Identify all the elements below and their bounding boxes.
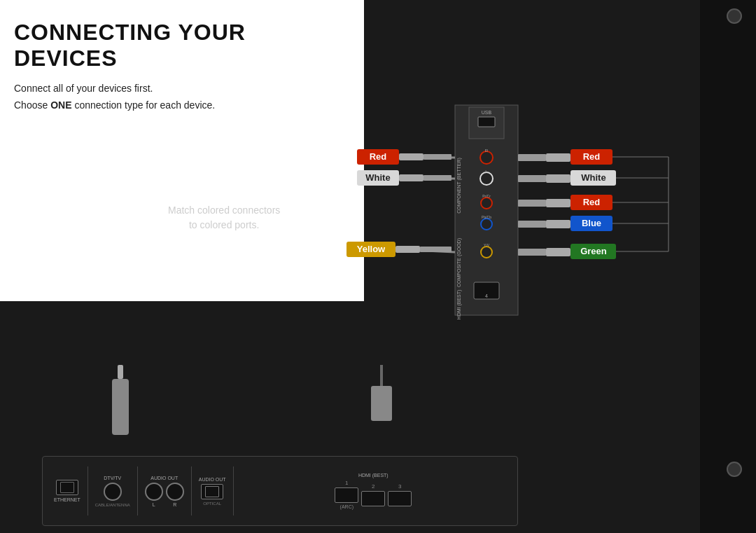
svg-text:Red: Red bbox=[583, 197, 601, 207]
match-text: Match colored connectors to colored port… bbox=[168, 203, 280, 233]
svg-rect-54 bbox=[546, 220, 570, 228]
optical-label: OPTICAL bbox=[203, 501, 221, 506]
svg-rect-28 bbox=[424, 175, 451, 181]
svg-text:COMPONENT (BETTER): COMPONENT (BETTER) bbox=[456, 158, 462, 214]
svg-rect-3 bbox=[478, 117, 495, 127]
hdmi-port-2[interactable] bbox=[361, 491, 385, 506]
subtitle1: Connect all of your devices first. bbox=[14, 83, 343, 94]
dtv-label: DTV/TV bbox=[104, 476, 121, 480]
dtv-section: DTV/TV CABLE/ANTENNA bbox=[91, 476, 134, 507]
hdmi-num-3: 3 bbox=[398, 483, 401, 490]
dtv-port[interactable] bbox=[104, 483, 122, 501]
svg-point-7 bbox=[480, 151, 493, 164]
svg-text:Green: Green bbox=[580, 246, 607, 256]
svg-text:R: R bbox=[485, 148, 489, 153]
subtitle2-suffix: connection type for each device. bbox=[74, 99, 215, 111]
hdmi-port-3[interactable] bbox=[388, 491, 412, 506]
hdmi-num-1: 1 bbox=[345, 480, 348, 486]
audio-out-r-port[interactable] bbox=[166, 483, 184, 501]
audio-l-label: L bbox=[153, 502, 155, 507]
svg-rect-23 bbox=[424, 154, 451, 160]
svg-text:White: White bbox=[581, 172, 606, 183]
audio-r-label: R bbox=[173, 502, 176, 507]
screw-top-right bbox=[727, 8, 742, 24]
audio-out-optical-label: AUDIO OUT bbox=[199, 477, 226, 482]
match-line1: Match colored connectors bbox=[168, 205, 280, 216]
svg-rect-36 bbox=[546, 153, 570, 162]
dtv-sublabel: CABLE/ANTENNA bbox=[95, 503, 130, 507]
svg-rect-32 bbox=[396, 246, 420, 253]
svg-text:Blue: Blue bbox=[582, 218, 601, 228]
svg-point-15 bbox=[481, 247, 492, 258]
svg-rect-33 bbox=[420, 247, 451, 252]
connection-diagram: USB COMPONENT (BETTER) COMPOSITE (GOOD) … bbox=[318, 102, 732, 333]
ethernet-section: ETHERNET bbox=[50, 480, 85, 502]
divider-4 bbox=[233, 466, 234, 515]
audio-out-l-port[interactable] bbox=[145, 483, 163, 501]
svg-rect-42 bbox=[546, 174, 570, 183]
page-title: CONNECTING YOUR DEVICES bbox=[14, 20, 343, 71]
subtitle2: Choose ONE connection type for each devi… bbox=[14, 99, 343, 111]
hdmi-cable-connector bbox=[371, 365, 392, 421]
svg-rect-27 bbox=[399, 174, 424, 181]
screw-bottom-right bbox=[727, 462, 742, 477]
hdmi-connector-head bbox=[371, 386, 392, 421]
emphasis-one: ONE bbox=[50, 99, 71, 111]
hdmi-label: HDMI (BEST) bbox=[358, 473, 388, 478]
divider-3 bbox=[191, 466, 192, 515]
audio-out-ports: L R bbox=[145, 483, 184, 507]
bottom-ports-panel: ETHERNET DTV/TV CABLE/ANTENNA AUDIO OUT … bbox=[42, 456, 518, 526]
svg-text:Yellow: Yellow bbox=[357, 244, 386, 254]
svg-rect-22 bbox=[399, 153, 424, 160]
svg-text:Pr/Cr: Pr/Cr bbox=[482, 194, 491, 198]
hdmi-section: HDMI (BEST) 1 (ARC) 2 3 bbox=[237, 473, 510, 509]
coax-tip bbox=[118, 365, 123, 379]
audio-out-label: AUDIO OUT bbox=[150, 476, 178, 480]
svg-rect-48 bbox=[546, 199, 570, 207]
svg-text:USB: USB bbox=[482, 110, 492, 115]
antenna-connector bbox=[112, 365, 129, 435]
svg-text:HDMI (BEST): HDMI (BEST) bbox=[456, 290, 462, 320]
divider-2 bbox=[137, 466, 138, 515]
hdmi-arc-label: (ARC) bbox=[340, 504, 354, 509]
optical-port[interactable] bbox=[201, 484, 223, 499]
svg-text:COMPOSITE (GOOD): COMPOSITE (GOOD) bbox=[456, 238, 462, 287]
svg-point-9 bbox=[480, 172, 493, 185]
svg-rect-35 bbox=[518, 154, 546, 161]
svg-text:4: 4 bbox=[485, 293, 488, 298]
svg-rect-53 bbox=[518, 221, 546, 228]
audio-out-section: AUDIO OUT L R bbox=[141, 476, 188, 507]
hdmi-num-2: 2 bbox=[372, 483, 374, 490]
svg-text:Y/V: Y/V bbox=[484, 243, 490, 247]
left-panel: CONNECTING YOUR DEVICES Connect all of y… bbox=[0, 0, 364, 301]
svg-text:White: White bbox=[365, 172, 390, 183]
hdmi-ports-row: 1 (ARC) 2 3 bbox=[335, 480, 412, 509]
divider-1 bbox=[88, 466, 88, 515]
coax-body bbox=[112, 379, 129, 435]
svg-point-11 bbox=[481, 198, 492, 209]
svg-rect-41 bbox=[518, 175, 546, 182]
match-line2: to colored ports. bbox=[189, 219, 259, 230]
svg-text:Pb/Cb: Pb/Cb bbox=[482, 215, 491, 219]
svg-point-13 bbox=[481, 219, 492, 230]
svg-rect-60 bbox=[546, 248, 570, 256]
ethernet-label: ETHERNET bbox=[54, 497, 80, 502]
svg-text:Red: Red bbox=[583, 151, 601, 162]
svg-rect-59 bbox=[518, 249, 546, 256]
optical-section: AUDIO OUT OPTICAL bbox=[195, 477, 230, 506]
ethernet-port[interactable] bbox=[56, 480, 78, 495]
hdmi-cable-wire bbox=[380, 365, 383, 386]
hdmi-port-1[interactable] bbox=[335, 487, 358, 503]
svg-rect-47 bbox=[518, 200, 546, 207]
svg-text:Red: Red bbox=[370, 151, 387, 162]
